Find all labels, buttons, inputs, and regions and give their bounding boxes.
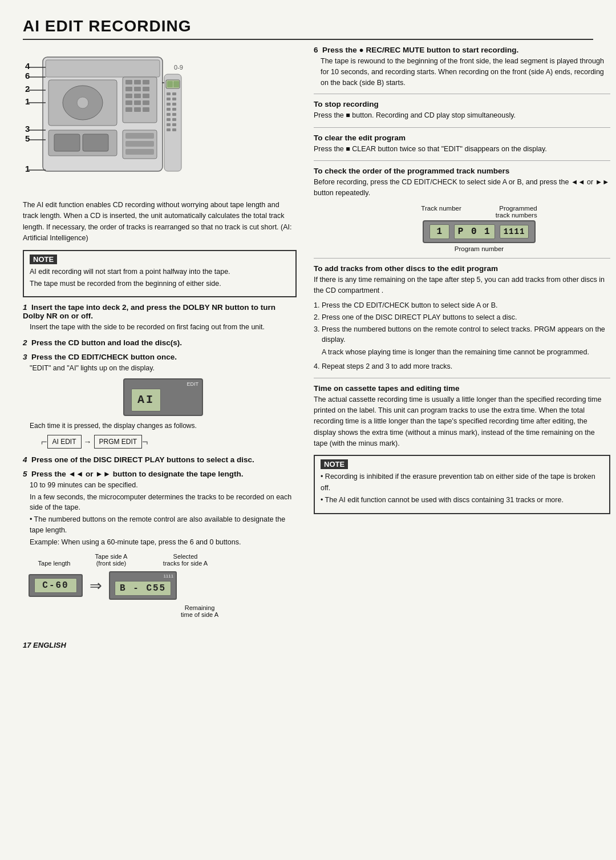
step5-line4: Example: When using a 60-minute tape, pr… [30,537,297,548]
add-tracks-list: Press the CD EDIT/CHECK button to select… [322,300,610,345]
arrow-cycle: ⌐ AI EDIT → PRGM EDIT ⌐ [41,434,297,450]
right-column: 6 Press the ● REC/REC MUTE button to sta… [314,46,610,624]
add-tracks-intro: If there is any time remaining on the ta… [314,274,610,297]
time-cassette-body: The actual cassette recording time is us… [314,394,610,450]
tape-label-tape-length: Tape length [29,560,80,567]
tape-lcd1: C-60 [34,578,77,593]
add-tracks-heading: To add tracks from other discs to the ed… [314,264,610,273]
svg-rect-10 [134,80,141,84]
note2-line2: • The AI edit function cannot be used wi… [321,495,603,506]
svg-rect-43 [172,118,176,121]
svg-rect-32 [167,92,171,95]
prog-number-display: 1111 [500,225,529,239]
left-column: 0-9 4 6 2 1 3 5 1 The AI edit function e… [23,46,297,624]
svg-text:4: 4 [25,61,30,71]
step-4: 4 Press one of the DISC DIRECT PLAY butt… [23,455,297,464]
add-tracks-step2: Press one of the DISC DIRECT PLAY button… [322,312,610,322]
time-cassette-heading: Time on cassette tapes and editing time [314,384,610,393]
remaining-time-label: Remainingtime of side A [103,604,297,618]
svg-rect-14 [143,87,149,91]
step-5-body: 10 to 99 minutes can be specified. In a … [30,480,297,548]
svg-rect-20 [143,100,149,105]
track-number-display: 1 [429,224,449,239]
svg-rect-31 [173,81,179,87]
svg-point-4 [77,97,88,108]
lcd-ai-text: AI [131,389,161,411]
program-number-label: Program number [455,245,504,252]
page: AI EDIT RECORDING [23,17,593,649]
add-tracks-list2: Repeat steps 2 and 3 to add more tracks. [322,361,610,372]
tape-diagram-area: Tape length Tape side A(front side) Sele… [29,553,297,618]
svg-text:0-9: 0-9 [174,64,183,71]
step-6: 6 Press the ● REC/REC MUTE button to sta… [314,46,610,88]
track-numbers-label: track numbers [496,212,537,219]
note-box-1: NOTE AI edit recording will not start fr… [23,250,297,298]
svg-rect-22 [134,107,141,112]
svg-text:2: 2 [25,84,30,94]
svg-rect-41 [172,113,176,116]
step-4-heading: 4 Press one of the DISC DIRECT PLAY butt… [23,455,297,464]
add-tracks-note-between: A track whose playing time is longer tha… [322,347,610,358]
svg-rect-35 [172,98,176,100]
add-tracks-step1: Press the CD EDIT/CHECK button to select… [322,300,610,310]
svg-text:6: 6 [25,71,30,80]
svg-rect-30 [167,81,173,87]
note1-line1: AI edit recording will not start from a … [30,267,290,277]
svg-rect-21 [125,107,132,112]
cycle-item-1: AI EDIT [47,435,82,449]
svg-rect-47 [172,128,176,131]
step5-line2: In a few seconds, the microcomputer dete… [30,492,297,514]
step3-display-caption: Each time it is pressed, the display cha… [30,421,297,431]
clear-edit-body: Press the ■ CLEAR button twice so that "… [314,144,610,155]
device-diagram: 0-9 4 6 2 1 3 5 1 [23,46,188,194]
note-title-2: NOTE [321,459,348,469]
svg-rect-46 [167,128,171,131]
svg-rect-25 [125,133,154,139]
step-5: 5 Press the ◄◄ or ►► button to designate… [23,470,297,619]
svg-rect-23 [143,107,149,112]
check-order-heading: To check the order of the programmed tra… [314,167,610,175]
note1-line2: The tape must be recorded from the begin… [30,278,290,289]
svg-rect-38 [167,108,171,111]
svg-rect-7 [83,134,108,151]
svg-rect-1 [46,60,160,77]
svg-rect-27 [125,149,154,155]
svg-rect-12 [125,87,132,91]
clear-edit-heading: To clear the edit program [314,134,610,142]
stop-recording-body: Press the ■ button. Recording and CD pla… [314,110,610,121]
svg-rect-15 [125,94,132,98]
svg-rect-40 [167,113,171,116]
svg-rect-16 [134,94,141,98]
svg-rect-42 [167,118,171,121]
step5-line1: 10 to 99 minutes can be specified. [30,480,297,491]
svg-rect-45 [172,123,176,126]
step-5-heading: 5 Press the ◄◄ or ►► button to designate… [23,470,297,478]
programmed-label: Programmed [496,205,537,212]
svg-rect-39 [172,108,176,111]
intro-text: The AI edit function enables CD recordin… [23,200,297,244]
step-3: 3 Press the CD EDIT/CHECK button once. "… [23,353,297,450]
track-number-label: Track number [421,205,461,219]
step-2-heading: 2 Press the CD button and load the disc(… [23,338,297,347]
step-6-heading: 6 Press the ● REC/REC MUTE button to sta… [314,46,610,54]
check-order-body: Before recording, press the CD EDIT/CHEC… [314,177,610,199]
svg-text:1: 1 [25,164,30,173]
step-1-heading: 1 Insert the tape into deck 2, and press… [23,303,297,320]
note-box-2: NOTE • Recording is inhibited if the era… [314,455,610,514]
svg-rect-17 [143,94,149,98]
svg-rect-44 [167,123,171,126]
tape-diagram: C-60 ⇒ 1111 B - C55 [29,571,297,600]
note-title-1: NOTE [30,255,57,264]
note2-line1: • Recording is inhibited if the erasure … [321,471,603,494]
tape-lcd2: B - C55 [115,581,171,596]
track-display-area: Track number Programmed track numbers 1 … [348,205,610,252]
lcd2-corner-label: 1111 [163,574,173,579]
step-3-body: "EDIT" and "AI" lights up on the display… [30,363,297,450]
svg-text:1: 1 [25,96,30,106]
step-3-heading: 3 Press the CD EDIT/CHECK button once. [23,353,297,361]
tape-label-selected: Selectedtracks for side A [160,553,211,567]
svg-rect-36 [167,103,171,106]
step-1-body: Insert the tape with the side to be reco… [30,322,297,333]
svg-rect-34 [167,98,171,100]
svg-rect-26 [125,141,154,147]
